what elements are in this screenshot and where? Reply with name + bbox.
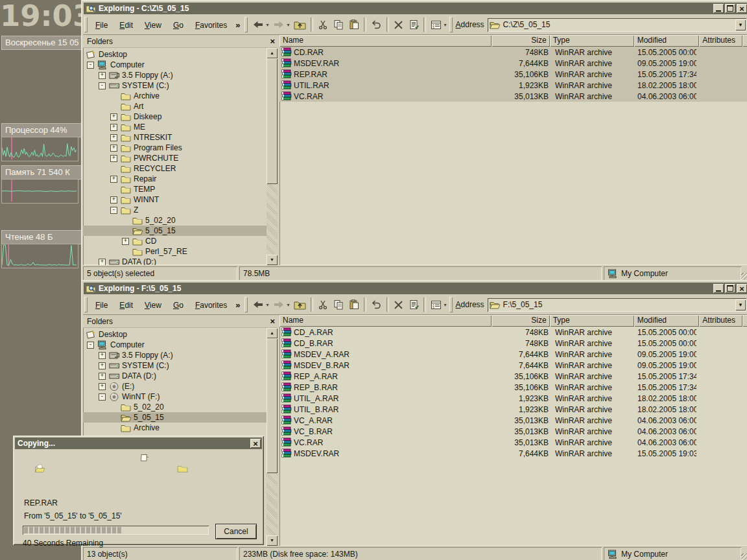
titlebar[interactable]: Exploring - F:\5_05_15 × bbox=[84, 283, 747, 294]
paste-button[interactable] bbox=[346, 296, 362, 313]
collapse-icon[interactable]: - bbox=[110, 207, 117, 214]
forward-button[interactable] bbox=[270, 296, 287, 313]
collapse-icon[interactable]: - bbox=[87, 62, 94, 69]
collapse-icon[interactable]: - bbox=[99, 393, 106, 401]
column-header-modified[interactable]: Modified bbox=[634, 35, 700, 47]
tree-item-program-files[interactable]: +Program Files bbox=[83, 143, 267, 153]
scroll-down-icon[interactable]: ▼ bbox=[267, 255, 278, 265]
column-header-name[interactable]: Name bbox=[279, 315, 492, 327]
expand-icon[interactable]: + bbox=[99, 72, 106, 79]
column-header-size[interactable]: Size bbox=[492, 315, 549, 327]
menu-view[interactable]: View bbox=[139, 19, 167, 31]
menu-edit[interactable]: Edit bbox=[113, 299, 139, 311]
expand-icon[interactable]: + bbox=[99, 259, 106, 266]
undo-button[interactable] bbox=[368, 16, 385, 33]
address-field[interactable]: C:\Z\5_05_15 ▼ bbox=[488, 18, 746, 32]
toolbar-grip[interactable] bbox=[244, 17, 248, 32]
up-button[interactable] bbox=[291, 296, 309, 313]
copy-button[interactable] bbox=[331, 16, 346, 33]
file-row-rep-rar[interactable]: REP.RAR35,106KBWinRAR archive15.05.2005 … bbox=[279, 69, 747, 80]
column-header-size[interactable]: Size bbox=[492, 35, 549, 47]
minimize-button[interactable] bbox=[713, 4, 724, 13]
address-dropdown-button[interactable]: ▼ bbox=[735, 19, 746, 30]
resize-grip[interactable] bbox=[741, 554, 747, 560]
column-header-type[interactable]: Type bbox=[550, 35, 634, 47]
tree-item-desktop[interactable]: Desktop bbox=[83, 329, 267, 340]
dialog-titlebar[interactable]: Copying... × bbox=[15, 438, 262, 449]
menu-view[interactable]: View bbox=[139, 299, 167, 311]
expand-icon[interactable]: + bbox=[110, 124, 117, 131]
cut-button[interactable] bbox=[315, 296, 331, 313]
address-grip[interactable] bbox=[449, 17, 453, 32]
menu-go[interactable]: Go bbox=[167, 299, 189, 311]
tree-item-me[interactable]: +ME bbox=[83, 122, 267, 132]
menu-favorites[interactable]: Favorites bbox=[189, 19, 233, 31]
tree-item-z[interactable]: -Z bbox=[83, 205, 267, 215]
file-row-rep-a-rar[interactable]: REP_A.RAR35,106KBWinRAR archive15.05.200… bbox=[279, 371, 747, 382]
file-row-util-b-rar[interactable]: UTIL_B.RAR1,923KBWinRAR archive18.02.200… bbox=[279, 404, 747, 415]
file-row-cd-b-rar[interactable]: CD_B.RAR748KBWinRAR archive15.05.2005 00… bbox=[279, 338, 747, 349]
file-row-msdev-a-rar[interactable]: MSDEV_A.RAR7,644KBWinRAR archive09.05.20… bbox=[279, 349, 747, 360]
tree-item-5-05-15[interactable]: 5_05_15 bbox=[83, 412, 267, 423]
menu-grip[interactable] bbox=[84, 297, 88, 312]
tree-item-3-5-floppy-a[interactable]: +3.5 Floppy (A:) bbox=[83, 350, 267, 360]
delete-button[interactable] bbox=[391, 16, 406, 33]
tree-item-temp[interactable]: TEMP bbox=[83, 184, 267, 194]
cancel-button[interactable]: Cancel bbox=[215, 524, 257, 539]
tree-item-e[interactable]: +(E:) bbox=[83, 381, 267, 391]
menu-file[interactable]: File bbox=[89, 19, 113, 31]
tree-item-archive[interactable]: Archive bbox=[83, 91, 267, 101]
tree-item-perl-57-re[interactable]: Perl_57_RE bbox=[83, 246, 267, 257]
tree-item-3-5-floppy-a[interactable]: +3.5 Floppy (A:) bbox=[83, 70, 267, 80]
tree-item-diskeep[interactable]: +Diskeep bbox=[83, 111, 267, 122]
expand-icon[interactable]: + bbox=[122, 238, 129, 245]
column-header-name[interactable]: Name bbox=[279, 35, 492, 47]
tree-item-desktop[interactable]: Desktop bbox=[83, 49, 267, 60]
forward-button[interactable] bbox=[270, 16, 287, 33]
file-row-util-rar[interactable]: UTIL.RAR1,923KBWinRAR archive18.02.2005 … bbox=[279, 80, 747, 91]
views-dropdown-icon[interactable]: ▾ bbox=[444, 302, 448, 308]
tree-item-winnt-f[interactable]: -WinNT (F:) bbox=[83, 391, 267, 402]
tree-item-data-d[interactable]: +DATA (D:) bbox=[83, 371, 267, 381]
up-button[interactable] bbox=[291, 16, 309, 33]
expand-icon[interactable]: + bbox=[110, 155, 117, 162]
file-row-msdev-rar[interactable]: MSDEV.RAR7,644KBWinRAR archive15.05.2005… bbox=[279, 448, 747, 459]
views-button[interactable] bbox=[428, 296, 444, 313]
tree-item-5-05-15[interactable]: 5_05_15 bbox=[83, 226, 267, 236]
properties-button[interactable] bbox=[406, 16, 421, 33]
menu-file[interactable]: File bbox=[89, 299, 113, 311]
expand-icon[interactable]: + bbox=[110, 196, 117, 204]
maximize-button[interactable] bbox=[725, 284, 735, 293]
dialog-close-button[interactable]: × bbox=[250, 439, 261, 448]
tree-scrollbar[interactable]: ▲ ▼ bbox=[267, 328, 278, 546]
tree-item-repair[interactable]: +Repair bbox=[83, 174, 267, 184]
back-button[interactable] bbox=[250, 16, 267, 33]
views-button[interactable] bbox=[428, 16, 444, 33]
tree-item-cd[interactable]: +CD bbox=[83, 236, 267, 246]
toolbar-grip[interactable] bbox=[244, 297, 248, 312]
close-folders-icon[interactable]: × bbox=[270, 317, 275, 325]
scroll-down-icon[interactable]: ▼ bbox=[267, 535, 278, 546]
column-header-type[interactable]: Type bbox=[550, 315, 634, 327]
tree-item-computer[interactable]: -Computer bbox=[83, 60, 267, 70]
tree-item-archive[interactable]: Archive bbox=[83, 423, 267, 433]
maximize-button[interactable] bbox=[725, 4, 735, 13]
tree-scrollbar[interactable]: ▲ ▼ bbox=[267, 48, 278, 265]
close-button[interactable]: × bbox=[737, 4, 747, 13]
file-row-vc-rar[interactable]: VC.RAR35,013KBWinRAR archive04.06.2003 0… bbox=[279, 437, 747, 448]
delete-button[interactable] bbox=[391, 296, 406, 313]
expand-icon[interactable]: + bbox=[110, 145, 117, 152]
paste-button[interactable] bbox=[346, 16, 362, 33]
collapse-icon[interactable]: - bbox=[87, 342, 94, 349]
titlebar[interactable]: Exploring - C:\Z\5_05_15 × bbox=[84, 3, 747, 14]
file-row-msdev-b-rar[interactable]: MSDEV_B.RAR7,644KBWinRAR archive09.05.20… bbox=[279, 360, 747, 371]
address-field[interactable]: F:\5_05_15 ▼ bbox=[488, 298, 746, 312]
close-button[interactable]: × bbox=[737, 284, 747, 293]
expand-icon[interactable]: + bbox=[99, 373, 106, 380]
tree-item-5-02-20[interactable]: 5_02_20 bbox=[83, 402, 267, 412]
tree-item-system-c[interactable]: -SYSTEM (C:) bbox=[83, 80, 267, 91]
expand-icon[interactable]: + bbox=[99, 362, 106, 369]
address-grip[interactable] bbox=[449, 297, 453, 312]
file-row-vc-b-rar[interactable]: VC_B.RAR35,013KBWinRAR archive04.06.2003… bbox=[279, 426, 747, 437]
scroll-up-icon[interactable]: ▲ bbox=[267, 48, 278, 58]
